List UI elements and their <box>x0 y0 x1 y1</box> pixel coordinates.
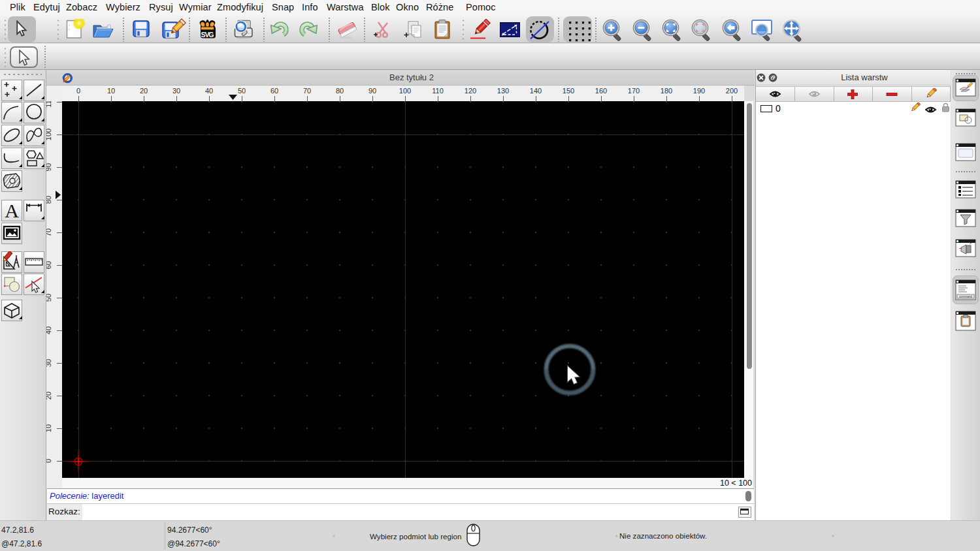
svg-text:command: command <box>959 295 972 298</box>
svg-text:SVG: SVG <box>201 31 214 39</box>
svg-text:A: A <box>5 200 19 221</box>
